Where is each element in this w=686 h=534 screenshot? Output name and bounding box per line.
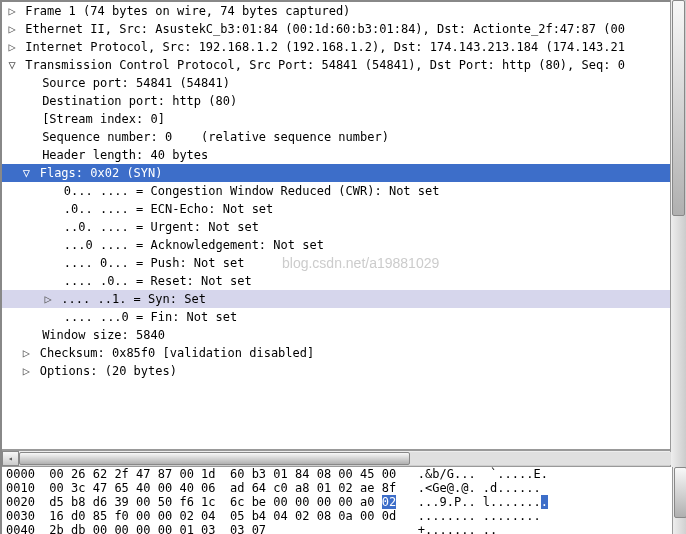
cwr: 0... .... = Congestion Window Reduced (C… bbox=[64, 184, 440, 198]
scrollbar-thumb[interactable] bbox=[672, 2, 685, 216]
hdrlen: Header length: 40 bytes bbox=[42, 148, 208, 162]
win-row[interactable]: Window size: 5840 bbox=[2, 326, 686, 344]
watermark: blog.csdn.net/a19881029 bbox=[282, 254, 439, 272]
hex-ascii: .<Ge@.@. .d...... bbox=[418, 481, 541, 495]
fin: .... ...0 = Fin: Not set bbox=[64, 310, 237, 324]
syn-text: .... ..1. = Syn: Set bbox=[61, 292, 206, 306]
psh: .... 0... = Push: Not set bbox=[64, 256, 245, 270]
ack: ...0 .... = Acknowledgement: Not set bbox=[64, 238, 324, 252]
hdrlen-row[interactable]: Header length: 40 bytes bbox=[2, 146, 686, 164]
chk-text: Checksum: 0x85f0 [validation disabled] bbox=[40, 346, 315, 360]
src-port-row[interactable]: Source port: 54841 (54841) bbox=[2, 74, 686, 92]
hex-row[interactable]: 0020 d5 b8 d6 39 00 50 f6 1c 6c be 00 00… bbox=[2, 495, 686, 509]
hex-offset: 0020 bbox=[6, 495, 35, 509]
expand-icon[interactable]: ▷ bbox=[6, 2, 18, 20]
vertical-scrollbar[interactable] bbox=[672, 467, 686, 534]
hex-bytes: 2b db 00 00 00 00 01 03 03 07 bbox=[49, 523, 266, 534]
stream-row[interactable]: [Stream index: 0] bbox=[2, 110, 686, 128]
ip-row[interactable]: ▷ Internet Protocol, Src: 192.168.1.2 (1… bbox=[2, 38, 686, 56]
hex-row[interactable]: 0040 2b db 00 00 00 00 01 03 03 07 +....… bbox=[2, 523, 686, 534]
flag-ecn-row[interactable]: .0.. .... = ECN-Echo: Not set bbox=[2, 200, 686, 218]
win: Window size: 5840 bbox=[42, 328, 165, 342]
urg: ..0. .... = Urgent: Not set bbox=[64, 220, 259, 234]
packet-details-panel[interactable]: ▷ Frame 1 (74 bytes on wire, 74 bytes ca… bbox=[2, 2, 686, 450]
seq-row[interactable]: Sequence number: 0 (relative sequence nu… bbox=[2, 128, 686, 146]
expand-icon[interactable]: ▷ bbox=[42, 290, 54, 308]
vertical-scrollbar[interactable] bbox=[670, 2, 686, 450]
hex-bytes: 00 26 62 2f 47 87 00 1d 60 b3 01 84 08 0… bbox=[49, 467, 396, 481]
flag-syn-row[interactable]: ▷ .... ..1. = Syn: Set bbox=[2, 290, 686, 308]
dst-port-row[interactable]: Destination port: http (80) bbox=[2, 92, 686, 110]
hex-row[interactable]: 0030 16 d0 85 f0 00 00 02 04 05 b4 04 02… bbox=[2, 509, 686, 523]
hex-ascii: +....... .. bbox=[418, 523, 497, 534]
options-row[interactable]: ▷ Options: (20 bytes) bbox=[2, 362, 686, 380]
expand-icon[interactable]: ▷ bbox=[6, 20, 18, 38]
hex-bytes: 16 d0 85 f0 00 00 02 04 05 b4 04 02 08 0… bbox=[49, 509, 396, 523]
frame-row[interactable]: ▷ Frame 1 (74 bytes on wire, 74 bytes ca… bbox=[2, 2, 686, 20]
flags-row[interactable]: ▽ Flags: 0x02 (SYN) bbox=[2, 164, 686, 182]
flags-text: Flags: 0x02 (SYN) bbox=[40, 166, 163, 180]
rst: .... .0.. = Reset: Not set bbox=[64, 274, 252, 288]
ecn: .0.. .... = ECN-Echo: Not set bbox=[64, 202, 274, 216]
hex-dump-panel[interactable]: 0000 00 26 62 2f 47 87 00 1d 60 b3 01 84… bbox=[2, 467, 686, 534]
expand-icon[interactable]: ▷ bbox=[6, 38, 18, 56]
eth-text: Ethernet II, Src: AsustekC_b3:01:84 (00:… bbox=[25, 22, 625, 36]
opt-text: Options: (20 bytes) bbox=[40, 364, 177, 378]
checksum-row[interactable]: ▷ Checksum: 0x85f0 [validation disabled] bbox=[2, 344, 686, 362]
ethernet-row[interactable]: ▷ Ethernet II, Src: AsustekC_b3:01:84 (0… bbox=[2, 20, 686, 38]
expand-icon[interactable]: ▷ bbox=[20, 344, 32, 362]
collapse-icon[interactable]: ▽ bbox=[20, 164, 32, 182]
flag-rst-row[interactable]: .... .0.. = Reset: Not set bbox=[2, 272, 686, 290]
hex-bytes: d5 b8 d6 39 00 50 f6 1c 6c be 00 00 00 0… bbox=[49, 495, 381, 509]
hex-row[interactable]: 0000 00 26 62 2f 47 87 00 1d 60 b3 01 84… bbox=[2, 467, 686, 481]
hex-highlight: 02 bbox=[382, 495, 396, 509]
flag-urg-row[interactable]: ..0. .... = Urgent: Not set bbox=[2, 218, 686, 236]
collapse-icon[interactable]: ▽ bbox=[6, 56, 18, 74]
hex-offset: 0040 bbox=[6, 523, 35, 534]
scroll-left-icon[interactable]: ◂ bbox=[2, 451, 19, 466]
hex-ascii: ........ ........ bbox=[418, 509, 541, 523]
ip-text: Internet Protocol, Src: 192.168.1.2 (192… bbox=[25, 40, 625, 54]
hex-offset: 0010 bbox=[6, 481, 35, 495]
frame-text: Frame 1 (74 bytes on wire, 74 bytes capt… bbox=[25, 4, 350, 18]
horizontal-scrollbar[interactable]: ◂ ▸ bbox=[2, 450, 686, 467]
flag-ack-row[interactable]: ...0 .... = Acknowledgement: Not set bbox=[2, 236, 686, 254]
flag-cwr-row[interactable]: 0... .... = Congestion Window Reduced (C… bbox=[2, 182, 686, 200]
scroll-track[interactable] bbox=[19, 452, 671, 465]
flag-fin-row[interactable]: .... ...0 = Fin: Not set bbox=[2, 308, 686, 326]
hex-ascii: .&b/G... `.....E. bbox=[418, 467, 548, 481]
tcp-text: Transmission Control Protocol, Src Port:… bbox=[25, 58, 625, 72]
tcp-row[interactable]: ▽ Transmission Control Protocol, Src Por… bbox=[2, 56, 686, 74]
hex-offset: 0000 bbox=[6, 467, 35, 481]
ascii-highlight: . bbox=[541, 495, 548, 509]
scrollbar-thumb[interactable] bbox=[19, 452, 410, 465]
hex-offset: 0030 bbox=[6, 509, 35, 523]
scrollbar-thumb[interactable] bbox=[674, 467, 686, 518]
hex-ascii: ...9.P.. l....... bbox=[418, 495, 541, 509]
srcport: Source port: 54841 (54841) bbox=[42, 76, 230, 90]
dstport: Destination port: http (80) bbox=[42, 94, 237, 108]
hex-row[interactable]: 0010 00 3c 47 65 40 00 40 06 ad 64 c0 a8… bbox=[2, 481, 686, 495]
flag-psh-row[interactable]: .... 0... = Push: Not setblog.csdn.net/a… bbox=[2, 254, 686, 272]
stream: [Stream index: 0] bbox=[42, 112, 165, 126]
seq: Sequence number: 0 (relative sequence nu… bbox=[42, 130, 389, 144]
expand-icon[interactable]: ▷ bbox=[20, 362, 32, 380]
hex-bytes: 00 3c 47 65 40 00 40 06 ad 64 c0 a8 01 0… bbox=[49, 481, 396, 495]
